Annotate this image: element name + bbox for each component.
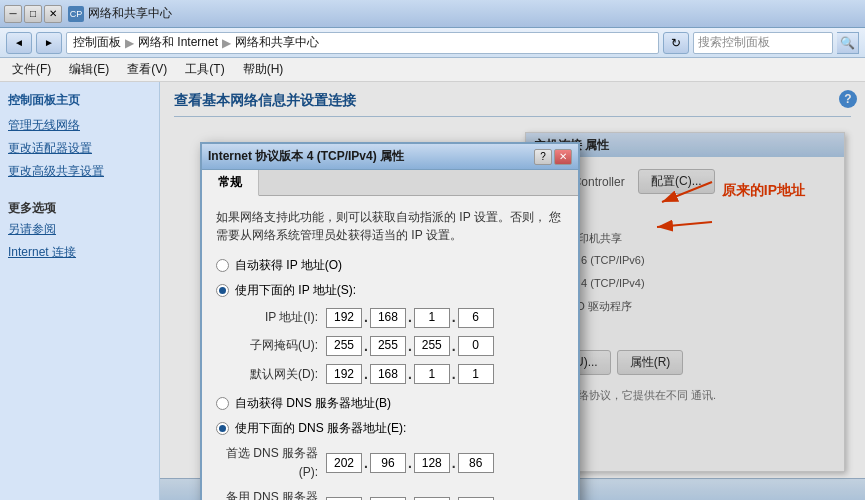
ip-dot1: . — [364, 306, 368, 328]
gateway-dot2: . — [408, 363, 412, 385]
manual-dns-radio[interactable] — [216, 422, 229, 435]
dns-section: 自动获得 DNS 服务器地址(B) 使用下面的 DNS 服务器地址(E): 首选… — [216, 394, 564, 500]
ip-address-label: IP 地址(I): — [216, 308, 326, 327]
forward-button[interactable]: ► — [36, 32, 62, 54]
alt-dns-row: 备用 DNS 服务器(A): . . . — [216, 488, 564, 500]
refresh-button[interactable]: ↻ — [663, 32, 689, 54]
pref-dns-seg2[interactable]: 96 — [370, 453, 406, 473]
sidebar-link-sharing[interactable]: 更改高级共享设置 — [8, 163, 151, 180]
manual-ip-label: 使用下面的 IP 地址(S): — [235, 281, 356, 300]
auto-ip-radio[interactable] — [216, 259, 229, 272]
ip-address-inputs: 192 . 168 . 1 . 6 — [326, 306, 494, 328]
subnet-dot1: . — [364, 335, 368, 357]
subnet-seg3[interactable]: 255 — [414, 336, 450, 356]
manual-dns-row: 使用下面的 DNS 服务器地址(E): — [216, 419, 564, 438]
app-icon: CP — [68, 6, 84, 22]
pref-dns-seg3[interactable]: 128 — [414, 453, 450, 473]
main-content: 控制面板主页 管理无线网络 更改适配器设置 更改高级共享设置 更多选项 另请参阅… — [0, 82, 865, 500]
window-titlebar: ─ □ ✕ CP 网络和共享中心 — [0, 0, 865, 28]
alt-dns-dot1: . — [364, 496, 368, 500]
ip-dot3: . — [452, 306, 456, 328]
breadcrumb-part3[interactable]: 网络和共享中心 — [235, 34, 319, 51]
gateway-seg1[interactable]: 192 — [326, 364, 362, 384]
pref-dns-dot3: . — [452, 452, 456, 474]
dialog-tabs: 常规 — [202, 170, 578, 196]
auto-ip-row: 自动获得 IP 地址(O) — [216, 256, 564, 275]
dialog-description: 如果网络支持此功能，则可以获取自动指派的 IP 设置。否则， 您需要从网络系统管… — [216, 208, 564, 244]
menu-bar: 文件(F) 编辑(E) 查看(V) 工具(T) 帮助(H) — [0, 58, 865, 82]
menu-edit[interactable]: 编辑(E) — [61, 59, 117, 80]
pref-dns-dot1: . — [364, 452, 368, 474]
ip-address-row: IP 地址(I): 192 . 168 . 1 . 6 — [216, 306, 564, 328]
sidebar-see-also: 更多选项 — [8, 200, 151, 217]
pref-dns-row: 首选 DNS 服务器(P): 202 . 96 . 128 . 86 — [216, 444, 564, 482]
tcp-ipv4-dialog: Internet 协议版本 4 (TCP/IPv4) 属性 ? ✕ 常规 如果网… — [200, 142, 580, 500]
pref-dns-inputs: 202 . 96 . 128 . 86 — [326, 452, 494, 474]
search-input-container[interactable]: 搜索控制面板 — [693, 32, 833, 54]
menu-file[interactable]: 文件(F) — [4, 59, 59, 80]
dialog-title: Internet 协议版本 4 (TCP/IPv4) 属性 — [208, 148, 532, 165]
subnet-seg1[interactable]: 255 — [326, 336, 362, 356]
gateway-seg4[interactable]: 1 — [458, 364, 494, 384]
auto-dns-label: 自动获得 DNS 服务器地址(B) — [235, 394, 391, 413]
manual-ip-radio[interactable] — [216, 284, 229, 297]
sidebar-internet-link[interactable]: Internet 连接 — [8, 244, 151, 261]
gateway-dot3: . — [452, 363, 456, 385]
alt-dns-label: 备用 DNS 服务器(A): — [216, 488, 326, 500]
minimize-button[interactable]: ─ — [4, 5, 22, 23]
alt-dns-dot3: . — [452, 496, 456, 500]
breadcrumb-sep1: ▶ — [125, 36, 134, 50]
back-button[interactable]: ◄ — [6, 32, 32, 54]
breadcrumb-part2[interactable]: 网络和 Internet — [138, 34, 218, 51]
address-bar: ◄ ► 控制面板 ▶ 网络和 Internet ▶ 网络和共享中心 ↻ 搜索控制… — [0, 28, 865, 58]
dialog-body: 如果网络支持此功能，则可以获取自动指派的 IP 设置。否则， 您需要从网络系统管… — [202, 196, 578, 500]
pref-dns-dot2: . — [408, 452, 412, 474]
subnet-seg2[interactable]: 255 — [370, 336, 406, 356]
subnet-label: 子网掩码(U): — [216, 336, 326, 355]
alt-dns-inputs: . . . — [326, 496, 494, 500]
window-controls[interactable]: ─ □ ✕ — [4, 5, 62, 23]
menu-tools[interactable]: 工具(T) — [177, 59, 232, 80]
subnet-dot2: . — [408, 335, 412, 357]
auto-dns-row: 自动获得 DNS 服务器地址(B) — [216, 394, 564, 413]
gateway-seg2[interactable]: 168 — [370, 364, 406, 384]
menu-view[interactable]: 查看(V) — [119, 59, 175, 80]
sidebar-title: 控制面板主页 — [8, 92, 151, 109]
search-placeholder: 搜索控制面板 — [698, 34, 770, 51]
gateway-row: 默认网关(D): 192 . 168 . 1 . 1 — [216, 363, 564, 385]
dialog-help-button[interactable]: ? — [534, 149, 552, 165]
right-area: 查看基本网络信息并设置连接 ? 主机连接 属性 Family Controlle… — [160, 82, 865, 500]
window-title: 网络和共享中心 — [88, 5, 861, 22]
breadcrumb: 控制面板 ▶ 网络和 Internet ▶ 网络和共享中心 — [66, 32, 659, 54]
manual-ip-row: 使用下面的 IP 地址(S): — [216, 281, 564, 300]
ip-seg4[interactable]: 6 — [458, 308, 494, 328]
close-button[interactable]: ✕ — [44, 5, 62, 23]
ip-seg3[interactable]: 1 — [414, 308, 450, 328]
ip-seg1[interactable]: 192 — [326, 308, 362, 328]
manual-dns-label: 使用下面的 DNS 服务器地址(E): — [235, 419, 406, 438]
alt-dns-dot2: . — [408, 496, 412, 500]
maximize-button[interactable]: □ — [24, 5, 42, 23]
subnet-inputs: 255 . 255 . 255 . 0 — [326, 335, 494, 357]
gateway-inputs: 192 . 168 . 1 . 1 — [326, 363, 494, 385]
gateway-seg3[interactable]: 1 — [414, 364, 450, 384]
pref-dns-seg4[interactable]: 86 — [458, 453, 494, 473]
ip-seg2[interactable]: 168 — [370, 308, 406, 328]
dialog-close-button[interactable]: ✕ — [554, 149, 572, 165]
sidebar-link-wireless[interactable]: 管理无线网络 — [8, 117, 151, 134]
dialog-titlebar: Internet 协议版本 4 (TCP/IPv4) 属性 ? ✕ — [202, 144, 578, 170]
search-button[interactable]: 🔍 — [837, 32, 859, 54]
menu-help[interactable]: 帮助(H) — [235, 59, 292, 80]
subnet-seg4[interactable]: 0 — [458, 336, 494, 356]
subnet-row: 子网掩码(U): 255 . 255 . 255 . 0 — [216, 335, 564, 357]
sidebar-footer-link[interactable]: 另请参阅 — [8, 221, 151, 238]
gateway-dot1: . — [364, 363, 368, 385]
dialog-tab-general[interactable]: 常规 — [202, 170, 259, 196]
pref-dns-seg1[interactable]: 202 — [326, 453, 362, 473]
gateway-label: 默认网关(D): — [216, 365, 326, 384]
auto-dns-radio[interactable] — [216, 397, 229, 410]
auto-ip-label: 自动获得 IP 地址(O) — [235, 256, 342, 275]
sidebar-link-adapter[interactable]: 更改适配器设置 — [8, 140, 151, 157]
ip-dot2: . — [408, 306, 412, 328]
breadcrumb-part1[interactable]: 控制面板 — [73, 34, 121, 51]
